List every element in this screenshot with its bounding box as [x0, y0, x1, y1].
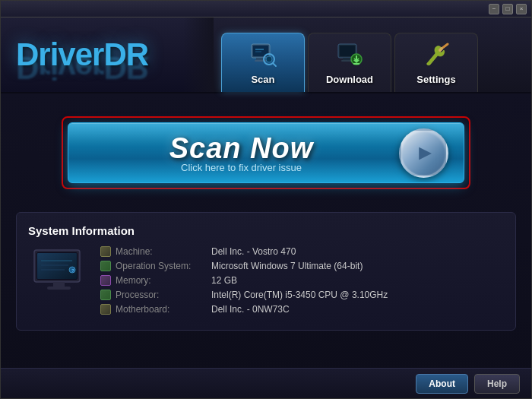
- os-icon: [100, 261, 111, 271]
- table-row: Processor: Intel(R) Core(TM) i5-3450 CPU…: [100, 290, 504, 300]
- machine-value: Dell Inc. - Vostro 470: [211, 246, 296, 257]
- table-row: Memory: 12 GB: [100, 275, 504, 286]
- tab-settings-label: Settings: [416, 74, 455, 85]
- about-button[interactable]: About: [416, 374, 468, 394]
- machine-label: Machine:: [116, 246, 207, 257]
- arrow-icon: ►: [415, 141, 436, 165]
- svg-rect-23: [53, 282, 65, 287]
- memory-icon: [100, 275, 111, 286]
- info-table: Machine: Dell Inc. - Vostro 470 Operatio…: [100, 246, 504, 318]
- nav-tabs: Scan: [214, 17, 531, 92]
- scan-now-button[interactable]: Scan Now Click here to fix driver issue …: [68, 122, 464, 183]
- processor-label: Processor:: [116, 290, 207, 300]
- table-row: Operation System: Microsoft Windows 7 Ul…: [100, 261, 504, 271]
- close-button[interactable]: ×: [516, 4, 527, 14]
- download-icon: [334, 40, 365, 71]
- scan-arrow-button: ►: [399, 128, 448, 178]
- table-row: Machine: Dell Inc. - Vostro 470: [100, 246, 504, 257]
- svg-rect-22: [37, 253, 77, 279]
- memory-value: 12 GB: [211, 275, 237, 286]
- svg-rect-24: [47, 287, 71, 290]
- tab-download-label: Download: [326, 74, 373, 85]
- svg-point-5: [266, 56, 272, 62]
- main-window: − □ × DriverDR DriverDR: [0, 0, 532, 399]
- memory-label: Memory:: [116, 275, 207, 286]
- help-button[interactable]: Help: [474, 374, 520, 394]
- processor-value: Intel(R) Core(TM) i5-3450 CPU @ 3.10GHz: [211, 290, 388, 300]
- os-label: Operation System:: [116, 261, 207, 271]
- logo-reflection: DriverDR: [16, 49, 148, 86]
- system-info-title: System Information: [28, 224, 504, 237]
- bottom-bar: About Help: [1, 368, 531, 398]
- maximize-button[interactable]: □: [502, 4, 513, 14]
- machine-icon: [100, 246, 111, 257]
- tab-scan-label: Scan: [251, 74, 274, 85]
- tab-download[interactable]: Download: [308, 33, 391, 92]
- table-row: Motherboard: Dell Inc. - 0NW73C: [100, 304, 504, 315]
- svg-text:?: ?: [71, 268, 74, 273]
- os-value: Microsoft Windows 7 Ultimate (64-bit): [211, 261, 363, 271]
- monitor-graphic: ?: [28, 246, 89, 299]
- main-content: Scan Now Click here to fix driver issue …: [1, 93, 531, 382]
- header: DriverDR DriverDR: [1, 17, 531, 93]
- svg-line-6: [273, 63, 276, 66]
- scan-text-group: Scan Now Click here to fix driver issue: [84, 132, 399, 173]
- settings-icon: [421, 40, 451, 71]
- system-info-content: ? Machine: Dell Inc. - Vostro 470 Operat…: [28, 246, 504, 318]
- svg-rect-11: [343, 58, 352, 60]
- scan-now-text: Scan Now: [169, 132, 314, 165]
- processor-icon: [100, 290, 111, 300]
- tab-settings[interactable]: Settings: [394, 33, 478, 92]
- svg-rect-10: [340, 46, 355, 56]
- logo-section: DriverDR DriverDR: [1, 17, 214, 92]
- window-controls: − □ ×: [489, 4, 527, 14]
- scan-sub-text: Click here to fix driver issue: [181, 162, 302, 173]
- scan-now-container: Scan Now Click here to fix driver issue …: [62, 116, 470, 189]
- motherboard-label: Motherboard:: [116, 304, 207, 315]
- motherboard-icon: [100, 304, 111, 315]
- scan-icon: [248, 40, 278, 71]
- tab-scan[interactable]: Scan: [221, 33, 305, 92]
- motherboard-value: Dell Inc. - 0NW73C: [211, 304, 290, 315]
- svg-line-19: [440, 49, 442, 50]
- system-info-panel: System Information: [16, 212, 516, 331]
- title-bar: − □ ×: [1, 1, 531, 17]
- minimize-button[interactable]: −: [489, 4, 499, 14]
